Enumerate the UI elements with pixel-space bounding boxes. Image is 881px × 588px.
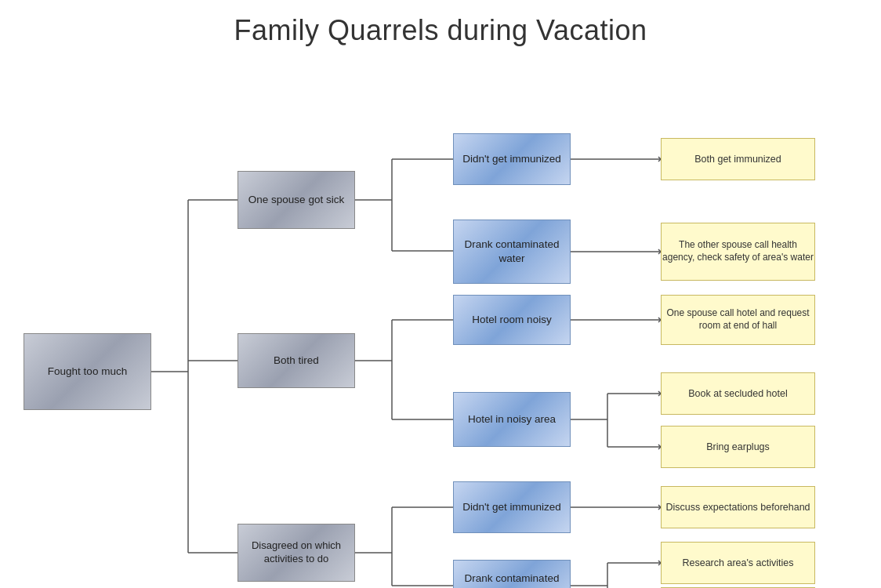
node-c3b: Drank contaminated water [453, 560, 571, 588]
node-c2b: Hotel in noisy area [453, 392, 571, 447]
node-c1b: Drank contaminated water [453, 220, 571, 284]
node-root: Fought too much [24, 333, 151, 410]
node-s4: Book at secluded hotel [661, 372, 815, 415]
node-s7: Research area's activities [661, 542, 815, 584]
node-s1: Both get immunized [661, 138, 815, 180]
node-c1: One spouse got sick [237, 171, 355, 229]
diagram: Fought too much One spouse got sick Both… [0, 55, 881, 588]
page-title: Family Quarrels during Vacation [0, 0, 881, 55]
node-c2: Both tired [237, 333, 355, 388]
node-s6: Discuss expectations beforehand [661, 486, 815, 528]
node-s2: The other spouse call health agency, che… [661, 223, 815, 281]
node-c2a: Hotel room noisy [453, 295, 571, 345]
node-s5: Bring earplugs [661, 426, 815, 468]
node-c3a: Didn't get immunized [453, 481, 571, 533]
node-c1a: Didn't get immunized [453, 133, 571, 185]
node-c3: Disagreed on which activities to do [237, 524, 355, 582]
node-s3: One spouse call hotel and request room a… [661, 295, 815, 345]
